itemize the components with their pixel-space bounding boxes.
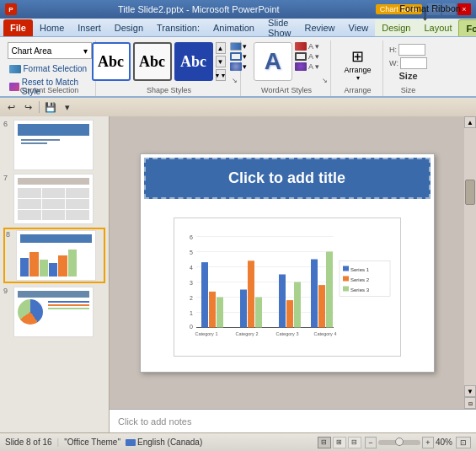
tab-view[interactable]: View bbox=[342, 19, 376, 36]
size-group: H: W: Size Size bbox=[385, 40, 431, 96]
slide-sorter-button[interactable]: ⊞ bbox=[333, 437, 346, 448]
svg-rect-35 bbox=[343, 286, 349, 291]
svg-rect-33 bbox=[343, 276, 349, 281]
language-indicator[interactable]: English (Canada) bbox=[126, 438, 202, 447]
svg-rect-24 bbox=[311, 259, 318, 327]
size-expand-label[interactable]: Size bbox=[398, 71, 417, 81]
scroll-thumb[interactable] bbox=[465, 180, 475, 205]
fit-window-button[interactable]: ⊡ bbox=[456, 437, 471, 448]
tab-animation[interactable]: Animation bbox=[206, 19, 261, 36]
zoom-in-button[interactable]: + bbox=[422, 437, 434, 448]
shape-fill-icon bbox=[230, 42, 242, 51]
svg-rect-17 bbox=[217, 297, 223, 327]
width-input[interactable] bbox=[400, 57, 427, 69]
zoom-out-button[interactable]: − bbox=[365, 437, 377, 448]
main-area: 6 7 bbox=[0, 116, 476, 432]
tab-transition[interactable]: Transition: bbox=[150, 19, 206, 36]
dropdown-arrow-icon: ▾ bbox=[83, 46, 88, 56]
shape-style-btn-1[interactable]: Abc bbox=[92, 42, 131, 81]
tab-slideshow[interactable]: Slide Show bbox=[261, 19, 298, 36]
wordart-expand[interactable]: ↘ bbox=[320, 76, 329, 84]
text-fill-button[interactable]: A ▾ bbox=[295, 42, 319, 51]
slide-6-preview bbox=[13, 120, 94, 170]
svg-text:4: 4 bbox=[190, 264, 193, 270]
arrange-group-label: Arrange bbox=[344, 86, 371, 94]
content-area: Click to add title 6 5 4 bbox=[110, 116, 476, 432]
wordart-btn[interactable]: A bbox=[254, 42, 292, 81]
wordart-styles-label: WordArt Styles bbox=[261, 86, 312, 94]
reading-view-button[interactable]: ⊟ bbox=[348, 437, 361, 448]
size-group-label: Size bbox=[401, 86, 416, 94]
svg-rect-26 bbox=[326, 251, 333, 327]
shape-styles-expand[interactable]: ↘ bbox=[230, 76, 238, 84]
shape-nav-up[interactable]: ▲ bbox=[216, 42, 226, 54]
size-width-control[interactable]: W: bbox=[389, 57, 427, 69]
scroll-up-button[interactable]: ▲ bbox=[464, 116, 476, 128]
scroll-track[interactable] bbox=[464, 128, 476, 385]
status-right: ⊟ ⊞ ⊟ − + 40% ⊡ bbox=[318, 437, 471, 448]
window-title: Title Slide2.pptx - Microsoft PowerPoint bbox=[22, 4, 376, 14]
tab-file[interactable]: File bbox=[3, 19, 33, 36]
reset-icon bbox=[9, 83, 19, 91]
tab-insert[interactable]: Insert bbox=[71, 19, 108, 36]
slide-thumbnail-7[interactable]: 7 bbox=[3, 174, 105, 224]
slide-7-preview bbox=[13, 174, 94, 224]
text-effects-button[interactable]: A ▾ bbox=[295, 62, 319, 71]
slide-info: Slide 8 of 16 bbox=[5, 438, 52, 447]
scroll-down-button[interactable]: ▼ bbox=[464, 385, 476, 397]
svg-text:Series 2: Series 2 bbox=[350, 277, 370, 282]
svg-text:6: 6 bbox=[190, 234, 193, 239]
normal-view-button[interactable]: ⊟ bbox=[318, 437, 331, 448]
status-bar: Slide 8 of 16 | "Office Theme" English (… bbox=[0, 432, 476, 451]
slide-thumbnail-9[interactable]: 9 bbox=[3, 287, 105, 337]
slide-title[interactable]: Click to add title bbox=[144, 158, 431, 199]
shape-style-btn-3[interactable]: Abc bbox=[174, 42, 213, 81]
text-outline-button[interactable]: A ▾ bbox=[295, 52, 319, 61]
shape-nav-down[interactable]: ▼ bbox=[216, 56, 226, 67]
zoom-slider[interactable] bbox=[378, 440, 420, 445]
svg-text:Category 2: Category 2 bbox=[235, 330, 258, 336]
zoom-thumb[interactable] bbox=[395, 438, 404, 446]
svg-rect-18 bbox=[240, 289, 247, 327]
slide-9-preview bbox=[13, 287, 94, 337]
shape-style-btn-2[interactable]: Abc bbox=[133, 42, 172, 81]
format-selection-button[interactable]: Format Selection bbox=[8, 63, 89, 74]
svg-rect-15 bbox=[201, 262, 208, 327]
theme-name: "Office Theme" bbox=[64, 438, 120, 447]
shape-more-button[interactable]: ▼▼ bbox=[216, 69, 226, 81]
svg-rect-31 bbox=[343, 266, 349, 271]
tab-home[interactable]: Home bbox=[33, 19, 71, 36]
shape-nav[interactable]: ▲ ▼ ▼▼ bbox=[216, 42, 226, 81]
zoom-level: 40% bbox=[436, 438, 452, 447]
tab-chart-design[interactable]: Design bbox=[375, 19, 417, 36]
size-height-control[interactable]: H: bbox=[389, 44, 425, 56]
chart-area-dropdown[interactable]: Chart Area ▾ bbox=[8, 42, 92, 59]
arrange-button[interactable]: ⊞ Arrange ▾ bbox=[340, 42, 377, 86]
tab-chart-format[interactable]: Format bbox=[458, 19, 476, 36]
current-selection-label: Current Selection bbox=[20, 86, 79, 94]
notes-placeholder: Click to add notes bbox=[118, 416, 191, 427]
height-input[interactable] bbox=[398, 44, 425, 56]
svg-rect-20 bbox=[255, 297, 262, 327]
shape-styles-group: Abc Abc Abc ▲ ▼ ▼▼ ▾ ▾ ▾ bbox=[98, 40, 241, 96]
slide-thumbnail-6[interactable]: 6 bbox=[3, 120, 105, 170]
zoom-control[interactable]: − + 40% bbox=[365, 437, 452, 448]
shape-outline-icon bbox=[230, 52, 242, 61]
tab-review[interactable]: Review bbox=[297, 19, 341, 36]
svg-text:Category 1: Category 1 bbox=[195, 330, 217, 336]
slide-content: 6 5 4 3 2 1 0 bbox=[141, 202, 434, 372]
arrange-icon: ⊞ bbox=[351, 47, 364, 66]
svg-rect-19 bbox=[248, 260, 254, 327]
slide: Click to add title 6 5 4 bbox=[140, 153, 435, 373]
chart-wrapper[interactable]: 6 5 4 3 2 1 0 bbox=[174, 217, 401, 357]
text-effects-icon bbox=[295, 62, 307, 71]
slide-thumbnail-8[interactable]: 8 bbox=[3, 228, 105, 283]
vertical-scrollbar[interactable]: ▲ ▼ ⊟ bbox=[464, 116, 476, 409]
slide-container: Click to add title 6 5 4 bbox=[110, 116, 464, 409]
current-selection-group: Chart Area ▾ Format Selection Reset to M… bbox=[3, 40, 96, 96]
tab-design[interactable]: Design bbox=[108, 19, 150, 36]
language-icon bbox=[126, 439, 136, 446]
scroll-split-button[interactable]: ⊟ bbox=[464, 397, 476, 409]
notes-area[interactable]: Click to add notes bbox=[110, 409, 476, 432]
svg-rect-22 bbox=[286, 300, 293, 327]
